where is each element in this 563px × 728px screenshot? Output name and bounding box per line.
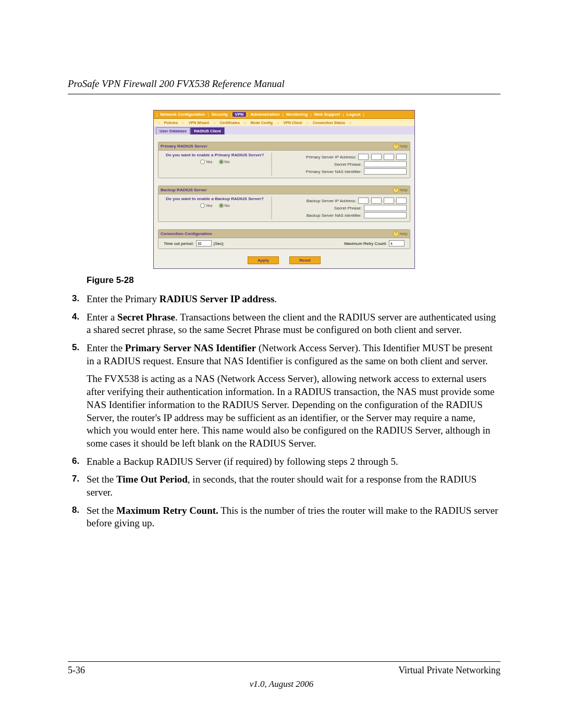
section-name: Virtual Private Networking bbox=[398, 665, 500, 676]
step5-paragraph: The FVX538 is acting as a NAS (Network A… bbox=[87, 373, 500, 450]
primary-title: Primary RADIUS Server bbox=[161, 144, 207, 149]
section-tabs: User Database RADIUS Client bbox=[154, 126, 414, 134]
sectab-radius[interactable]: RADIUS Client bbox=[190, 127, 225, 134]
backup-ip-1[interactable] bbox=[358, 198, 369, 204]
primary-ip-input: ... bbox=[358, 154, 407, 160]
subtab-vpnclient[interactable]: VPN Client bbox=[282, 121, 304, 125]
primary-ip-1[interactable] bbox=[358, 154, 369, 160]
reset-button[interactable]: Reset bbox=[289, 256, 321, 264]
tab-vpn[interactable]: VPN bbox=[232, 112, 246, 117]
backup-no-radio[interactable] bbox=[219, 203, 224, 208]
instructions: 3. Enter the Primary RADIUS Server IP ad… bbox=[68, 293, 500, 530]
sub-tabs: :: Policies:: VPN Wizard:: Certificates:… bbox=[154, 119, 414, 126]
timeout-input[interactable] bbox=[196, 240, 212, 246]
backup-ip-3[interactable] bbox=[384, 198, 394, 204]
retry-label: Maximum Retry Count: bbox=[344, 241, 387, 246]
backup-ip-input: ... bbox=[358, 198, 407, 204]
top-tabs: | Network Configuration| Security| VPN| … bbox=[154, 110, 414, 119]
retry-input[interactable] bbox=[389, 240, 405, 246]
backup-yes-label[interactable]: Yes bbox=[200, 203, 213, 208]
primary-no-radio[interactable] bbox=[219, 159, 224, 164]
page-footer: 5-36 Virtual Private Networking bbox=[68, 661, 500, 676]
figure: | Network Configuration| Security| VPN| … bbox=[68, 110, 500, 269]
backup-secret-input[interactable] bbox=[364, 205, 407, 211]
timeout-label: Time out period: bbox=[164, 241, 194, 246]
figure-caption: Figure 5-28 bbox=[87, 275, 500, 286]
primary-ip-label: Primary Server IP Address: bbox=[306, 155, 356, 159]
tab-administration[interactable]: Administration bbox=[248, 112, 282, 117]
backup-ip-4[interactable] bbox=[396, 198, 407, 204]
subtab-vpnwizard[interactable]: VPN Wizard bbox=[187, 121, 211, 125]
timeout-unit: (Sec) bbox=[214, 241, 224, 246]
primary-secret-input[interactable] bbox=[364, 161, 407, 167]
primary-help[interactable]: ? help bbox=[393, 143, 408, 149]
version-footer: v1.0, August 2006 bbox=[0, 679, 563, 689]
primary-nas-label: Primary Server NAS Identifier: bbox=[306, 169, 362, 174]
backup-nas-input[interactable] bbox=[364, 212, 407, 218]
backup-ip-2[interactable] bbox=[371, 198, 382, 204]
router-ui: | Network Configuration| Security| VPN| … bbox=[153, 110, 415, 269]
backup-title: Backup RADIUS Server bbox=[161, 188, 207, 192]
tab-monitoring[interactable]: Monitoring bbox=[284, 112, 310, 117]
backup-secret-label: Secret Phrase: bbox=[334, 206, 362, 211]
apply-button[interactable]: Apply bbox=[248, 256, 279, 264]
primary-no-label[interactable]: No bbox=[219, 159, 230, 164]
tab-websupport[interactable]: Web Support bbox=[312, 112, 342, 117]
backup-help[interactable]: ? help bbox=[393, 187, 408, 193]
subtab-certificates[interactable]: Certificates bbox=[218, 121, 241, 125]
primary-ip-4[interactable] bbox=[396, 154, 407, 160]
sectab-userdb[interactable]: User Database bbox=[156, 127, 190, 134]
tab-logout[interactable]: Logout bbox=[344, 112, 362, 117]
backup-panel: Backup RADIUS Server ? help Do you want … bbox=[158, 186, 410, 222]
page-header: ProSafe VPN Firewall 200 FVX538 Referenc… bbox=[68, 78, 500, 90]
conn-panel: Connection Configuration ? help Time out… bbox=[158, 229, 410, 249]
tab-security[interactable]: Security bbox=[210, 112, 230, 117]
primary-panel: Primary RADIUS Server ? help Do you want… bbox=[158, 142, 410, 178]
header-rule bbox=[68, 94, 500, 94]
backup-yes-radio[interactable] bbox=[200, 203, 205, 208]
primary-question: Do you want to enable a Primary RADIUS S… bbox=[162, 153, 268, 157]
subtab-connstatus[interactable]: Connection Status bbox=[311, 121, 347, 125]
primary-ip-2[interactable] bbox=[371, 154, 382, 160]
backup-no-label[interactable]: No bbox=[219, 203, 230, 208]
help-icon: ? bbox=[393, 143, 399, 149]
help-icon: ? bbox=[393, 187, 399, 193]
tab-network[interactable]: Network Configuration bbox=[158, 112, 207, 117]
primary-yes-label[interactable]: Yes bbox=[200, 159, 213, 164]
action-row: Apply Reset bbox=[154, 253, 414, 268]
help-icon: ? bbox=[393, 231, 399, 237]
backup-nas-label: Backup Server NAS Identifier: bbox=[307, 213, 362, 218]
backup-question: Do you want to enable a Backup RADIUS Se… bbox=[162, 196, 268, 201]
conn-title: Connection Configuration bbox=[161, 231, 212, 236]
primary-yes-radio[interactable] bbox=[200, 159, 205, 164]
primary-ip-3[interactable] bbox=[384, 154, 394, 160]
backup-ip-label: Backup Server IP Address: bbox=[307, 199, 356, 203]
page-number: 5-36 bbox=[68, 665, 85, 676]
primary-nas-input[interactable] bbox=[364, 168, 407, 175]
subtab-modeconfig[interactable]: Mode Config bbox=[249, 121, 274, 125]
subtab-policies[interactable]: Policies bbox=[163, 121, 179, 125]
primary-secret-label: Secret Phrase: bbox=[334, 162, 362, 167]
conn-help[interactable]: ? help bbox=[393, 231, 408, 237]
